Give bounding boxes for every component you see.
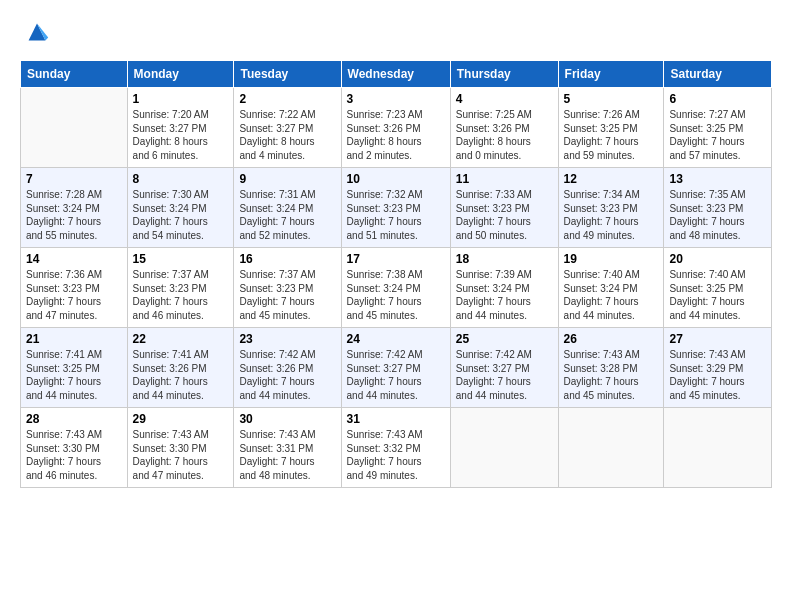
day-info: Sunrise: 7:42 AM Sunset: 3:26 PM Dayligh…: [239, 348, 335, 402]
day-info: Sunrise: 7:43 AM Sunset: 3:29 PM Dayligh…: [669, 348, 766, 402]
day-number: 15: [133, 252, 229, 266]
day-info: Sunrise: 7:41 AM Sunset: 3:25 PM Dayligh…: [26, 348, 122, 402]
calendar-week-row: 28Sunrise: 7:43 AM Sunset: 3:30 PM Dayli…: [21, 408, 772, 488]
day-number: 28: [26, 412, 122, 426]
day-info: Sunrise: 7:22 AM Sunset: 3:27 PM Dayligh…: [239, 108, 335, 162]
weekday-header-wednesday: Wednesday: [341, 61, 450, 88]
day-number: 20: [669, 252, 766, 266]
day-number: 14: [26, 252, 122, 266]
logo-icon: [23, 18, 51, 46]
calendar-cell: 9Sunrise: 7:31 AM Sunset: 3:24 PM Daylig…: [234, 168, 341, 248]
day-number: 22: [133, 332, 229, 346]
weekday-header-saturday: Saturday: [664, 61, 772, 88]
calendar-cell: 19Sunrise: 7:40 AM Sunset: 3:24 PM Dayli…: [558, 248, 664, 328]
calendar-cell: 4Sunrise: 7:25 AM Sunset: 3:26 PM Daylig…: [450, 88, 558, 168]
calendar-week-row: 21Sunrise: 7:41 AM Sunset: 3:25 PM Dayli…: [21, 328, 772, 408]
day-info: Sunrise: 7:42 AM Sunset: 3:27 PM Dayligh…: [347, 348, 445, 402]
day-info: Sunrise: 7:34 AM Sunset: 3:23 PM Dayligh…: [564, 188, 659, 242]
calendar-cell: 2Sunrise: 7:22 AM Sunset: 3:27 PM Daylig…: [234, 88, 341, 168]
day-info: Sunrise: 7:36 AM Sunset: 3:23 PM Dayligh…: [26, 268, 122, 322]
calendar-week-row: 1Sunrise: 7:20 AM Sunset: 3:27 PM Daylig…: [21, 88, 772, 168]
day-number: 6: [669, 92, 766, 106]
calendar-cell: 3Sunrise: 7:23 AM Sunset: 3:26 PM Daylig…: [341, 88, 450, 168]
day-number: 13: [669, 172, 766, 186]
day-number: 16: [239, 252, 335, 266]
weekday-header-friday: Friday: [558, 61, 664, 88]
day-info: Sunrise: 7:42 AM Sunset: 3:27 PM Dayligh…: [456, 348, 553, 402]
calendar-cell: 17Sunrise: 7:38 AM Sunset: 3:24 PM Dayli…: [341, 248, 450, 328]
calendar-cell: 11Sunrise: 7:33 AM Sunset: 3:23 PM Dayli…: [450, 168, 558, 248]
day-info: Sunrise: 7:43 AM Sunset: 3:30 PM Dayligh…: [26, 428, 122, 482]
day-number: 17: [347, 252, 445, 266]
day-number: 26: [564, 332, 659, 346]
day-info: Sunrise: 7:40 AM Sunset: 3:24 PM Dayligh…: [564, 268, 659, 322]
weekday-header-tuesday: Tuesday: [234, 61, 341, 88]
day-info: Sunrise: 7:39 AM Sunset: 3:24 PM Dayligh…: [456, 268, 553, 322]
calendar-cell: 5Sunrise: 7:26 AM Sunset: 3:25 PM Daylig…: [558, 88, 664, 168]
calendar-cell: 14Sunrise: 7:36 AM Sunset: 3:23 PM Dayli…: [21, 248, 128, 328]
day-number: 4: [456, 92, 553, 106]
calendar-cell: 15Sunrise: 7:37 AM Sunset: 3:23 PM Dayli…: [127, 248, 234, 328]
calendar-table: SundayMondayTuesdayWednesdayThursdayFrid…: [20, 60, 772, 488]
day-info: Sunrise: 7:38 AM Sunset: 3:24 PM Dayligh…: [347, 268, 445, 322]
day-number: 18: [456, 252, 553, 266]
day-info: Sunrise: 7:41 AM Sunset: 3:26 PM Dayligh…: [133, 348, 229, 402]
day-info: Sunrise: 7:31 AM Sunset: 3:24 PM Dayligh…: [239, 188, 335, 242]
day-number: 12: [564, 172, 659, 186]
day-number: 25: [456, 332, 553, 346]
day-info: Sunrise: 7:35 AM Sunset: 3:23 PM Dayligh…: [669, 188, 766, 242]
calendar-cell: 28Sunrise: 7:43 AM Sunset: 3:30 PM Dayli…: [21, 408, 128, 488]
calendar-cell: 24Sunrise: 7:42 AM Sunset: 3:27 PM Dayli…: [341, 328, 450, 408]
calendar-cell: 20Sunrise: 7:40 AM Sunset: 3:25 PM Dayli…: [664, 248, 772, 328]
day-number: 7: [26, 172, 122, 186]
calendar-cell: 27Sunrise: 7:43 AM Sunset: 3:29 PM Dayli…: [664, 328, 772, 408]
calendar-cell: [21, 88, 128, 168]
calendar-cell: 13Sunrise: 7:35 AM Sunset: 3:23 PM Dayli…: [664, 168, 772, 248]
weekday-header-row: SundayMondayTuesdayWednesdayThursdayFrid…: [21, 61, 772, 88]
day-number: 2: [239, 92, 335, 106]
calendar-cell: 25Sunrise: 7:42 AM Sunset: 3:27 PM Dayli…: [450, 328, 558, 408]
day-info: Sunrise: 7:26 AM Sunset: 3:25 PM Dayligh…: [564, 108, 659, 162]
day-info: Sunrise: 7:20 AM Sunset: 3:27 PM Dayligh…: [133, 108, 229, 162]
day-info: Sunrise: 7:33 AM Sunset: 3:23 PM Dayligh…: [456, 188, 553, 242]
day-number: 29: [133, 412, 229, 426]
day-info: Sunrise: 7:32 AM Sunset: 3:23 PM Dayligh…: [347, 188, 445, 242]
day-number: 27: [669, 332, 766, 346]
day-number: 10: [347, 172, 445, 186]
calendar-cell: 30Sunrise: 7:43 AM Sunset: 3:31 PM Dayli…: [234, 408, 341, 488]
calendar-cell: 26Sunrise: 7:43 AM Sunset: 3:28 PM Dayli…: [558, 328, 664, 408]
weekday-header-thursday: Thursday: [450, 61, 558, 88]
calendar-cell: 23Sunrise: 7:42 AM Sunset: 3:26 PM Dayli…: [234, 328, 341, 408]
calendar-cell: 6Sunrise: 7:27 AM Sunset: 3:25 PM Daylig…: [664, 88, 772, 168]
calendar-cell: 31Sunrise: 7:43 AM Sunset: 3:32 PM Dayli…: [341, 408, 450, 488]
day-number: 5: [564, 92, 659, 106]
day-info: Sunrise: 7:25 AM Sunset: 3:26 PM Dayligh…: [456, 108, 553, 162]
day-info: Sunrise: 7:43 AM Sunset: 3:28 PM Dayligh…: [564, 348, 659, 402]
calendar-cell: [558, 408, 664, 488]
header: [20, 18, 772, 46]
calendar-cell: 22Sunrise: 7:41 AM Sunset: 3:26 PM Dayli…: [127, 328, 234, 408]
day-number: 8: [133, 172, 229, 186]
calendar-week-row: 14Sunrise: 7:36 AM Sunset: 3:23 PM Dayli…: [21, 248, 772, 328]
day-number: 31: [347, 412, 445, 426]
calendar-week-row: 7Sunrise: 7:28 AM Sunset: 3:24 PM Daylig…: [21, 168, 772, 248]
weekday-header-monday: Monday: [127, 61, 234, 88]
calendar-cell: 29Sunrise: 7:43 AM Sunset: 3:30 PM Dayli…: [127, 408, 234, 488]
day-info: Sunrise: 7:43 AM Sunset: 3:31 PM Dayligh…: [239, 428, 335, 482]
day-info: Sunrise: 7:28 AM Sunset: 3:24 PM Dayligh…: [26, 188, 122, 242]
page-container: SundayMondayTuesdayWednesdayThursdayFrid…: [0, 0, 792, 498]
calendar-cell: 21Sunrise: 7:41 AM Sunset: 3:25 PM Dayli…: [21, 328, 128, 408]
day-info: Sunrise: 7:27 AM Sunset: 3:25 PM Dayligh…: [669, 108, 766, 162]
day-info: Sunrise: 7:37 AM Sunset: 3:23 PM Dayligh…: [133, 268, 229, 322]
calendar-cell: 18Sunrise: 7:39 AM Sunset: 3:24 PM Dayli…: [450, 248, 558, 328]
day-number: 24: [347, 332, 445, 346]
calendar-cell: [664, 408, 772, 488]
day-number: 1: [133, 92, 229, 106]
calendar-cell: 7Sunrise: 7:28 AM Sunset: 3:24 PM Daylig…: [21, 168, 128, 248]
day-info: Sunrise: 7:43 AM Sunset: 3:30 PM Dayligh…: [133, 428, 229, 482]
day-info: Sunrise: 7:30 AM Sunset: 3:24 PM Dayligh…: [133, 188, 229, 242]
day-number: 11: [456, 172, 553, 186]
calendar-cell: [450, 408, 558, 488]
day-number: 23: [239, 332, 335, 346]
day-number: 19: [564, 252, 659, 266]
